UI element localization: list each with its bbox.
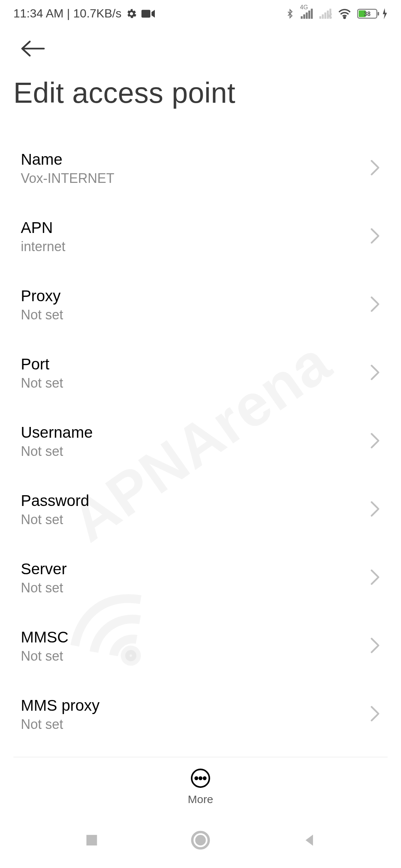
chevron-right-icon bbox=[370, 637, 380, 655]
setting-password[interactable]: Password Not set bbox=[0, 476, 401, 544]
wifi-icon bbox=[338, 8, 351, 19]
back-arrow-icon[interactable] bbox=[20, 52, 46, 59]
item-label: Password bbox=[21, 492, 89, 510]
status-bar-left: 11:34 AM | 10.7KB/s bbox=[13, 7, 155, 20]
item-label: MMSC bbox=[21, 628, 68, 646]
chevron-right-icon bbox=[370, 433, 380, 450]
item-label: APN bbox=[21, 219, 65, 237]
page-title: Edit access point bbox=[13, 72, 388, 119]
gear-icon bbox=[126, 8, 137, 19]
setting-server[interactable]: Server Not set bbox=[0, 544, 401, 612]
item-value: Not set bbox=[21, 375, 63, 391]
item-value: Not set bbox=[21, 717, 100, 732]
item-label: Username bbox=[21, 424, 93, 441]
nav-back-button[interactable] bbox=[296, 827, 322, 853]
svg-rect-8 bbox=[325, 12, 326, 19]
item-value: Not set bbox=[21, 444, 93, 459]
item-value: internet bbox=[21, 239, 65, 254]
chevron-right-icon bbox=[370, 706, 380, 723]
item-value: Not set bbox=[21, 580, 67, 596]
svg-rect-1 bbox=[301, 16, 303, 19]
svg-rect-24 bbox=[86, 835, 97, 846]
setting-mmsc[interactable]: MMSC Not set bbox=[0, 612, 401, 680]
chevron-right-icon bbox=[370, 160, 380, 177]
chevron-right-icon bbox=[370, 569, 380, 587]
header: Edit access point bbox=[0, 25, 401, 119]
more-button[interactable]: More bbox=[13, 757, 388, 806]
item-value: Not set bbox=[21, 307, 63, 323]
svg-point-22 bbox=[199, 777, 202, 779]
status-bar-right: 4G 38 bbox=[285, 7, 388, 20]
nav-home-button[interactable] bbox=[188, 827, 213, 853]
svg-point-21 bbox=[195, 777, 198, 779]
more-label: More bbox=[188, 793, 213, 806]
svg-rect-6 bbox=[319, 16, 321, 19]
svg-text:38: 38 bbox=[364, 11, 371, 17]
svg-rect-5 bbox=[311, 9, 313, 19]
chevron-right-icon bbox=[370, 501, 380, 519]
svg-rect-2 bbox=[303, 14, 305, 19]
setting-apn[interactable]: APN internet bbox=[0, 203, 401, 271]
system-nav-bar bbox=[0, 812, 401, 868]
settings-list: Name Vox-INTERNET APN internet Proxy Not… bbox=[0, 119, 401, 749]
setting-proxy[interactable]: Proxy Not set bbox=[0, 271, 401, 339]
svg-rect-3 bbox=[306, 12, 308, 19]
more-dots-icon bbox=[190, 768, 211, 790]
signal-sim1-icon: 4G bbox=[301, 9, 313, 19]
item-value: Not set bbox=[21, 512, 89, 527]
svg-rect-16 bbox=[378, 12, 379, 16]
item-label: Server bbox=[21, 560, 67, 578]
setting-port[interactable]: Port Not set bbox=[0, 339, 401, 407]
svg-point-26 bbox=[195, 835, 206, 846]
battery-icon: 38 bbox=[357, 8, 388, 19]
chevron-right-icon bbox=[370, 364, 380, 382]
svg-rect-0 bbox=[141, 10, 150, 17]
charging-bolt-icon bbox=[382, 8, 388, 19]
item-label: Proxy bbox=[21, 287, 63, 305]
svg-rect-4 bbox=[308, 10, 310, 19]
status-time: 11:34 AM | 10.7KB/s bbox=[13, 7, 121, 20]
item-label: Port bbox=[21, 355, 63, 373]
svg-point-13 bbox=[344, 17, 345, 18]
item-value: Vox-INTERNET bbox=[21, 171, 114, 186]
video-camera-icon bbox=[141, 9, 155, 19]
setting-username[interactable]: Username Not set bbox=[0, 407, 401, 476]
bluetooth-icon bbox=[285, 7, 295, 20]
chevron-right-icon bbox=[370, 296, 380, 314]
svg-rect-7 bbox=[322, 14, 324, 19]
status-bar: 11:34 AM | 10.7KB/s 4G 38 bbox=[0, 0, 401, 25]
setting-name[interactable]: Name Vox-INTERNET bbox=[0, 134, 401, 203]
item-label: Name bbox=[21, 151, 114, 168]
nav-recent-button[interactable] bbox=[79, 827, 105, 853]
chevron-right-icon bbox=[370, 228, 380, 246]
item-value: Not set bbox=[21, 648, 68, 664]
setting-mms-proxy[interactable]: MMS proxy Not set bbox=[0, 680, 401, 749]
signal-sim2-icon bbox=[319, 9, 332, 19]
svg-point-23 bbox=[203, 777, 206, 779]
item-label: MMS proxy bbox=[21, 697, 100, 714]
